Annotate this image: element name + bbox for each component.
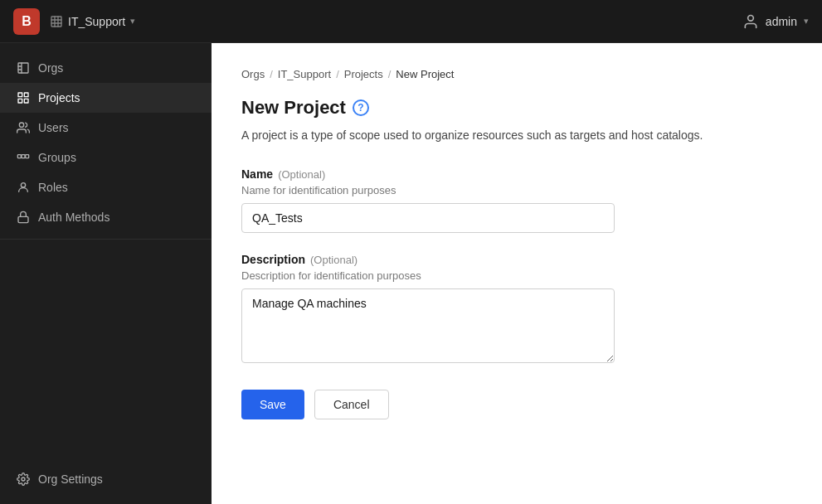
sidebar-item-orgs[interactable]: Orgs (0, 53, 212, 83)
svg-rect-6 (24, 99, 28, 103)
svg-rect-3 (18, 93, 22, 97)
svg-point-7 (19, 123, 23, 127)
sidebar: Orgs Projects Users Groups Roles (0, 43, 212, 504)
breadcrumb-sep-2: / (336, 68, 339, 80)
user-chevron-icon: ▾ (804, 16, 809, 27)
svg-rect-9 (22, 155, 25, 158)
sidebar-bottom: Org Settings (0, 464, 212, 494)
breadcrumb: Orgs / IT_Support / Projects / New Proje… (241, 68, 792, 80)
main-layout: Orgs Projects Users Groups Roles (0, 43, 822, 504)
svg-point-13 (22, 477, 25, 481)
content-area: Orgs / IT_Support / Projects / New Proje… (212, 43, 822, 504)
app-logo: B (13, 8, 40, 35)
org-chevron-icon: ▾ (130, 16, 135, 27)
page-title: New Project (241, 97, 346, 119)
sidebar-item-org-settings[interactable]: Org Settings (0, 464, 212, 494)
description-field-section: Description (Optional) Description for i… (241, 253, 792, 366)
breadcrumb-current: New Project (396, 68, 454, 80)
sidebar-item-groups-label: Groups (38, 151, 76, 164)
svg-rect-10 (26, 155, 29, 158)
sidebar-item-projects-label: Projects (38, 91, 80, 104)
sidebar-item-users[interactable]: Users (0, 113, 212, 143)
sidebar-item-users-label: Users (38, 121, 69, 134)
description-input[interactable]: Manage QA machines (241, 288, 615, 363)
page-description: A project is a type of scope used to org… (241, 127, 792, 144)
svg-point-11 (21, 183, 25, 187)
topbar: B IT_Support ▾ admin ▾ (0, 0, 822, 43)
form-actions: Save Cancel (241, 390, 792, 419)
sidebar-item-roles[interactable]: Roles (0, 172, 212, 202)
breadcrumb-sep-1: / (270, 68, 273, 80)
svg-rect-12 (18, 216, 28, 222)
sidebar-item-org-settings-label: Org Settings (38, 472, 103, 486)
topbar-left: B IT_Support ▾ (13, 8, 135, 35)
breadcrumb-orgs[interactable]: Orgs (241, 68, 265, 80)
name-label: Name (Optional) (241, 167, 792, 181)
orgs-icon (17, 61, 30, 75)
breadcrumb-projects[interactable]: Projects (344, 68, 383, 80)
sidebar-item-auth-methods-label: Auth Methods (38, 211, 109, 224)
user-label: admin (766, 15, 797, 28)
users-icon (17, 121, 30, 134)
page-header: New Project ? (241, 97, 792, 119)
sidebar-divider (0, 239, 212, 240)
auth-icon (17, 211, 30, 224)
user-icon (742, 13, 759, 30)
projects-icon (17, 91, 30, 104)
description-label: Description (Optional) (241, 253, 792, 266)
save-button[interactable]: Save (241, 390, 304, 419)
sidebar-item-auth-methods[interactable]: Auth Methods (0, 202, 212, 232)
settings-icon (17, 472, 30, 486)
sidebar-item-groups[interactable]: Groups (0, 143, 212, 172)
groups-icon (17, 151, 30, 164)
svg-rect-0 (51, 17, 61, 27)
description-sublabel: Description for identification purposes (241, 269, 792, 282)
name-input[interactable] (241, 203, 615, 233)
svg-rect-8 (17, 155, 21, 158)
svg-rect-2 (18, 63, 28, 73)
breadcrumb-sep-3: / (388, 68, 392, 80)
name-optional: (Optional) (278, 168, 325, 181)
sidebar-item-roles-label: Roles (38, 181, 68, 194)
sidebar-item-orgs-label: Orgs (38, 61, 63, 75)
name-sublabel: Name for identification purposes (241, 184, 792, 196)
cancel-button[interactable]: Cancel (314, 390, 389, 419)
breadcrumb-itsupport[interactable]: IT_Support (278, 68, 331, 80)
roles-icon (17, 181, 30, 194)
building-icon (50, 15, 63, 28)
name-field-section: Name (Optional) Name for identification … (241, 167, 792, 233)
org-name: IT_Support (68, 15, 125, 28)
user-menu[interactable]: admin ▾ (742, 13, 809, 30)
svg-point-1 (748, 15, 754, 21)
svg-rect-5 (18, 99, 22, 103)
svg-rect-4 (24, 93, 28, 97)
help-icon[interactable]: ? (353, 99, 369, 116)
org-selector[interactable]: IT_Support ▾ (50, 15, 135, 28)
description-optional: (Optional) (310, 254, 357, 266)
sidebar-item-projects[interactable]: Projects (0, 83, 212, 113)
